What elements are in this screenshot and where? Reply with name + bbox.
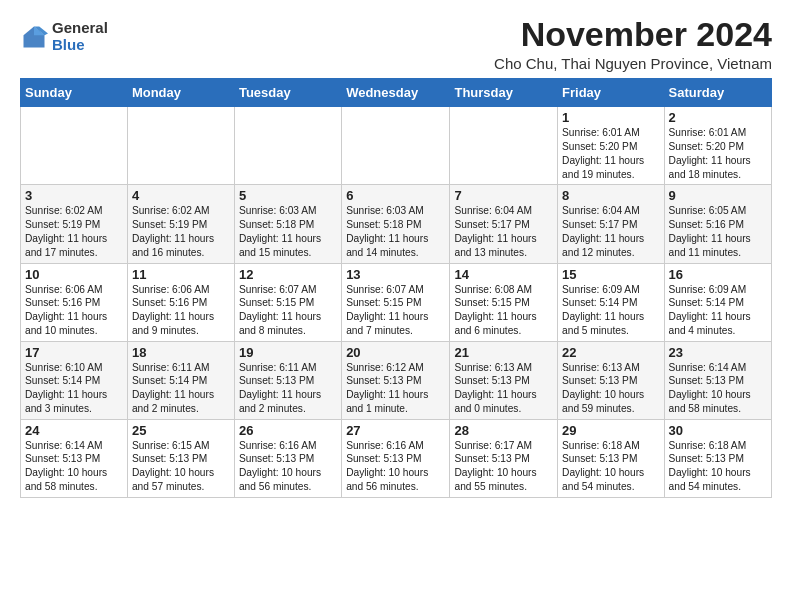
day-number: 8 [562,188,660,203]
day-info: Sunrise: 6:09 AMSunset: 5:14 PMDaylight:… [669,283,767,338]
calendar-cell [127,107,234,185]
calendar-cell: 28Sunrise: 6:17 AMSunset: 5:13 PMDayligh… [450,419,558,497]
day-number: 4 [132,188,230,203]
day-number: 28 [454,423,553,438]
calendar-cell: 7Sunrise: 6:04 AMSunset: 5:17 PMDaylight… [450,185,558,263]
calendar-cell: 9Sunrise: 6:05 AMSunset: 5:16 PMDaylight… [664,185,771,263]
calendar-cell: 30Sunrise: 6:18 AMSunset: 5:13 PMDayligh… [664,419,771,497]
day-info: Sunrise: 6:09 AMSunset: 5:14 PMDaylight:… [562,283,660,338]
day-number: 2 [669,110,767,125]
day-number: 23 [669,345,767,360]
calendar-cell: 19Sunrise: 6:11 AMSunset: 5:13 PMDayligh… [234,341,341,419]
calendar-cell: 2Sunrise: 6:01 AMSunset: 5:20 PMDaylight… [664,107,771,185]
calendar-cell: 8Sunrise: 6:04 AMSunset: 5:17 PMDaylight… [558,185,665,263]
calendar-cell: 22Sunrise: 6:13 AMSunset: 5:13 PMDayligh… [558,341,665,419]
calendar-cell: 26Sunrise: 6:16 AMSunset: 5:13 PMDayligh… [234,419,341,497]
day-info: Sunrise: 6:01 AMSunset: 5:20 PMDaylight:… [669,126,767,181]
calendar-cell [342,107,450,185]
calendar-week-row: 10Sunrise: 6:06 AMSunset: 5:16 PMDayligh… [21,263,772,341]
logo-blue: Blue [52,37,108,54]
day-info: Sunrise: 6:07 AMSunset: 5:15 PMDaylight:… [346,283,445,338]
day-number: 22 [562,345,660,360]
logo-text: General Blue [52,20,108,53]
day-number: 12 [239,267,337,282]
calendar-cell: 1Sunrise: 6:01 AMSunset: 5:20 PMDaylight… [558,107,665,185]
calendar-cell: 20Sunrise: 6:12 AMSunset: 5:13 PMDayligh… [342,341,450,419]
calendar-cell: 27Sunrise: 6:16 AMSunset: 5:13 PMDayligh… [342,419,450,497]
calendar-cell: 5Sunrise: 6:03 AMSunset: 5:18 PMDaylight… [234,185,341,263]
calendar-cell: 16Sunrise: 6:09 AMSunset: 5:14 PMDayligh… [664,263,771,341]
day-info: Sunrise: 6:14 AMSunset: 5:13 PMDaylight:… [669,361,767,416]
day-info: Sunrise: 6:04 AMSunset: 5:17 PMDaylight:… [562,204,660,259]
day-number: 5 [239,188,337,203]
day-number: 24 [25,423,123,438]
calendar-cell: 14Sunrise: 6:08 AMSunset: 5:15 PMDayligh… [450,263,558,341]
calendar-cell: 4Sunrise: 6:02 AMSunset: 5:19 PMDaylight… [127,185,234,263]
calendar-cell: 10Sunrise: 6:06 AMSunset: 5:16 PMDayligh… [21,263,128,341]
day-number: 17 [25,345,123,360]
calendar-cell: 29Sunrise: 6:18 AMSunset: 5:13 PMDayligh… [558,419,665,497]
day-info: Sunrise: 6:13 AMSunset: 5:13 PMDaylight:… [454,361,553,416]
month-title: November 2024 [494,16,772,53]
calendar-cell: 12Sunrise: 6:07 AMSunset: 5:15 PMDayligh… [234,263,341,341]
calendar-table: SundayMondayTuesdayWednesdayThursdayFrid… [20,78,772,497]
col-header-saturday: Saturday [664,79,771,107]
col-header-sunday: Sunday [21,79,128,107]
calendar-week-row: 17Sunrise: 6:10 AMSunset: 5:14 PMDayligh… [21,341,772,419]
calendar-week-row: 24Sunrise: 6:14 AMSunset: 5:13 PMDayligh… [21,419,772,497]
day-info: Sunrise: 6:03 AMSunset: 5:18 PMDaylight:… [239,204,337,259]
day-number: 26 [239,423,337,438]
day-info: Sunrise: 6:07 AMSunset: 5:15 PMDaylight:… [239,283,337,338]
day-number: 9 [669,188,767,203]
calendar-cell [234,107,341,185]
col-header-tuesday: Tuesday [234,79,341,107]
day-info: Sunrise: 6:02 AMSunset: 5:19 PMDaylight:… [25,204,123,259]
day-info: Sunrise: 6:06 AMSunset: 5:16 PMDaylight:… [132,283,230,338]
location-subtitle: Cho Chu, Thai Nguyen Province, Vietnam [494,55,772,72]
day-number: 21 [454,345,553,360]
day-info: Sunrise: 6:06 AMSunset: 5:16 PMDaylight:… [25,283,123,338]
day-info: Sunrise: 6:17 AMSunset: 5:13 PMDaylight:… [454,439,553,494]
day-info: Sunrise: 6:11 AMSunset: 5:13 PMDaylight:… [239,361,337,416]
day-info: Sunrise: 6:18 AMSunset: 5:13 PMDaylight:… [669,439,767,494]
calendar-cell: 6Sunrise: 6:03 AMSunset: 5:18 PMDaylight… [342,185,450,263]
calendar-cell: 11Sunrise: 6:06 AMSunset: 5:16 PMDayligh… [127,263,234,341]
day-info: Sunrise: 6:04 AMSunset: 5:17 PMDaylight:… [454,204,553,259]
calendar-cell: 23Sunrise: 6:14 AMSunset: 5:13 PMDayligh… [664,341,771,419]
calendar-cell [21,107,128,185]
day-info: Sunrise: 6:11 AMSunset: 5:14 PMDaylight:… [132,361,230,416]
day-info: Sunrise: 6:16 AMSunset: 5:13 PMDaylight:… [346,439,445,494]
day-number: 19 [239,345,337,360]
day-number: 16 [669,267,767,282]
day-info: Sunrise: 6:18 AMSunset: 5:13 PMDaylight:… [562,439,660,494]
day-info: Sunrise: 6:03 AMSunset: 5:18 PMDaylight:… [346,204,445,259]
day-number: 18 [132,345,230,360]
day-info: Sunrise: 6:10 AMSunset: 5:14 PMDaylight:… [25,361,123,416]
day-info: Sunrise: 6:12 AMSunset: 5:13 PMDaylight:… [346,361,445,416]
calendar-week-row: 3Sunrise: 6:02 AMSunset: 5:19 PMDaylight… [21,185,772,263]
page-header: General Blue November 2024 Cho Chu, Thai… [20,16,772,72]
calendar-cell: 17Sunrise: 6:10 AMSunset: 5:14 PMDayligh… [21,341,128,419]
calendar-cell: 21Sunrise: 6:13 AMSunset: 5:13 PMDayligh… [450,341,558,419]
day-number: 13 [346,267,445,282]
day-info: Sunrise: 6:02 AMSunset: 5:19 PMDaylight:… [132,204,230,259]
day-number: 6 [346,188,445,203]
col-header-friday: Friday [558,79,665,107]
calendar-cell [450,107,558,185]
day-number: 20 [346,345,445,360]
calendar-header-row: SundayMondayTuesdayWednesdayThursdayFrid… [21,79,772,107]
calendar-week-row: 1Sunrise: 6:01 AMSunset: 5:20 PMDaylight… [21,107,772,185]
calendar-cell: 25Sunrise: 6:15 AMSunset: 5:13 PMDayligh… [127,419,234,497]
day-number: 14 [454,267,553,282]
day-number: 25 [132,423,230,438]
calendar-cell: 15Sunrise: 6:09 AMSunset: 5:14 PMDayligh… [558,263,665,341]
day-info: Sunrise: 6:01 AMSunset: 5:20 PMDaylight:… [562,126,660,181]
col-header-thursday: Thursday [450,79,558,107]
day-number: 11 [132,267,230,282]
day-number: 1 [562,110,660,125]
calendar-cell: 24Sunrise: 6:14 AMSunset: 5:13 PMDayligh… [21,419,128,497]
calendar-cell: 18Sunrise: 6:11 AMSunset: 5:14 PMDayligh… [127,341,234,419]
day-info: Sunrise: 6:05 AMSunset: 5:16 PMDaylight:… [669,204,767,259]
title-block: November 2024 Cho Chu, Thai Nguyen Provi… [494,16,772,72]
day-info: Sunrise: 6:08 AMSunset: 5:15 PMDaylight:… [454,283,553,338]
